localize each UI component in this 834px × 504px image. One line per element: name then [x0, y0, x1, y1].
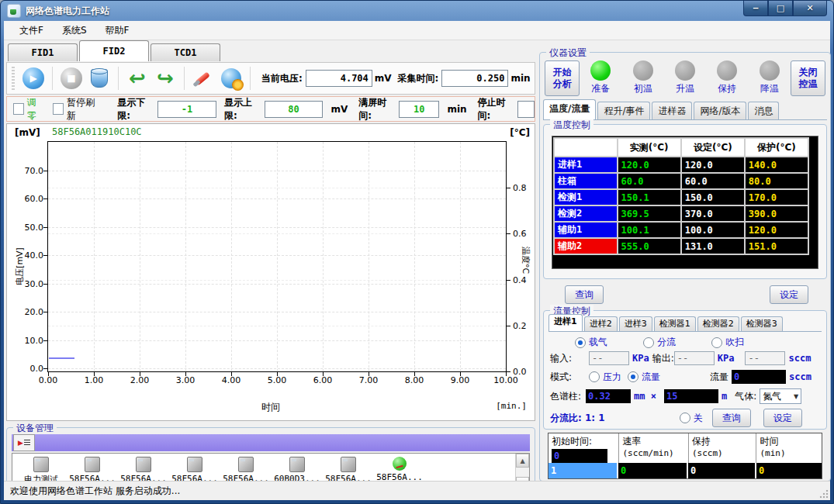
y-tick-label: 50.0 [11, 222, 43, 232]
fullscreen-time-input[interactable]: 10 [399, 101, 439, 118]
tools-button[interactable] [189, 65, 217, 91]
table-row-alarm[interactable]: 辅助2 555.0 131.0 151.0 [555, 239, 808, 254]
tab-network-version[interactable]: 网络/版本 [694, 102, 746, 119]
detector-tabs: FID1 FID2 TCD1 [8, 41, 222, 61]
device-item[interactable]: 60B0D3... [273, 457, 321, 484]
tab-injector2[interactable]: 进样2 [584, 316, 618, 331]
column-length-input[interactable]: 15 [664, 389, 718, 403]
tab-tcd1[interactable]: TCD1 [151, 43, 220, 61]
measured-flow-field: -- [745, 351, 785, 365]
maximize-button[interactable]: □ [768, 1, 793, 16]
tab-injector3[interactable]: 进样3 [619, 316, 652, 331]
carrier-gas-radio[interactable]: 载气 [575, 336, 607, 349]
y-tick-label: 20.0 [11, 307, 43, 317]
gas-type-radios: 载气 分流 吹扫 [575, 336, 744, 349]
off-radio[interactable]: 关 [680, 412, 703, 425]
x-tick-mark [414, 371, 415, 376]
resize-grip[interactable] [818, 488, 829, 499]
device-item[interactable]: 58F56A... [68, 457, 116, 484]
x-tick-mark [140, 371, 140, 376]
temperature-query-button[interactable]: 查询 [565, 285, 604, 304]
flow-program-table: 初始时间: 0 速率 (sccm/min) 保持 (sccm) 时间 [548, 433, 822, 479]
start-acquisition-button[interactable]: ▶ [19, 65, 47, 91]
menu-help[interactable]: 帮助F [98, 22, 137, 40]
v-gridline [277, 142, 278, 371]
device-item[interactable]: 58F56A... [375, 457, 424, 482]
fullscreen-time-label: 满屏时间: [358, 96, 396, 123]
tab-program-events[interactable]: 程升/事件 [597, 102, 650, 119]
y2-tick-label: 0.4 [513, 274, 527, 285]
arrow-left-icon: ↩ [129, 68, 146, 88]
tab-detector2[interactable]: 检测器2 [697, 316, 739, 331]
minimize-button[interactable]: ‒ [743, 1, 768, 16]
device-item[interactable]: 58F56A... [222, 457, 270, 484]
redo-button[interactable]: ↪ [151, 65, 179, 91]
flow-set-button[interactable]: 设定 [763, 409, 802, 427]
table-row[interactable]: 辅助1 100.1 100.0 120.0 [555, 223, 808, 237]
table-row[interactable]: 柱箱 60.0 60.0 80.0 [555, 174, 808, 188]
menu-file[interactable]: 文件F [12, 22, 51, 40]
tab-injector[interactable]: 进样器 [652, 102, 692, 119]
device-item[interactable]: 58F56A... [119, 457, 168, 484]
table-row[interactable]: 进样1 120.0 120.0 140.0 [555, 157, 808, 172]
lower-limit-input[interactable]: -1 [157, 101, 216, 118]
device-item[interactable]: 58F56A... [324, 457, 372, 484]
tab-fid1[interactable]: FID1 [8, 43, 78, 61]
gas-dropdown[interactable]: 氮气 ▼ [760, 388, 801, 404]
flow-set-input[interactable]: 0 [732, 370, 786, 384]
upper-limit-input[interactable]: 80 [265, 101, 324, 118]
pause-refresh-checkbox[interactable] [53, 103, 64, 115]
chart-plot[interactable]: 70.060.050.040.030.020.010.00.00.80.60.4… [47, 141, 507, 372]
zero-checkbox[interactable] [13, 103, 24, 115]
close-temp-control-button[interactable]: 关闭 控温 [791, 60, 825, 96]
program-row[interactable]: 1 0 0 0 [549, 463, 822, 478]
toolbar-grip[interactable] [12, 67, 15, 90]
split-radio[interactable]: 分流 [643, 336, 676, 349]
indicator-ready: 准备 [580, 60, 621, 95]
column-diameter-input[interactable]: 0.32 [586, 389, 631, 403]
radio-icon [575, 337, 586, 348]
program-rate-value: 0 [618, 463, 688, 478]
tab-injector1[interactable]: 进样1 [549, 314, 583, 331]
input-unit: KPa [632, 353, 649, 364]
device-icon [289, 457, 305, 472]
voltage-unit: mV [375, 73, 392, 84]
flow-mode-radio[interactable]: 流量 [628, 371, 660, 384]
title-bar[interactable]: 网络色谱电力工作站 ‒ □ ✕ [1, 1, 833, 21]
tab-temp-flow[interactable]: 温度/流量 [543, 99, 596, 119]
status-dot-icon [717, 60, 737, 81]
scroll-up-icon[interactable]: ▲ [516, 454, 529, 468]
tab-detector1[interactable]: 检测器1 [654, 316, 696, 331]
undo-button[interactable]: ↩ [123, 65, 151, 91]
app-window: 网络色谱电力工作站 ‒ □ ✕ 文件F 系统S 帮助F FID1 FID2 TC… [0, 0, 834, 504]
temperature-control-title: 温度控制 [550, 119, 593, 132]
right-axis-unit: [°C] [510, 127, 530, 138]
table-row[interactable]: 检测2 369.5 370.0 390.0 [555, 206, 808, 221]
initial-time-input[interactable]: 0 [552, 449, 607, 463]
network-settings-button[interactable] [217, 65, 245, 91]
stop-acquisition-button[interactable]: ■ [57, 65, 85, 91]
status-text: 欢迎使用网络色谱工作站 服务启动成功... [10, 485, 180, 498]
stop-time-input[interactable] [517, 101, 535, 118]
temperature-set-button[interactable]: 设定 [770, 285, 808, 304]
tab-messages[interactable]: 消息 [748, 102, 779, 119]
flow-query-button[interactable]: 查询 [712, 409, 751, 427]
pressure-mode-radio[interactable]: 压力 [589, 371, 621, 384]
menu-system[interactable]: 系统S [54, 22, 95, 40]
device-list-button[interactable]: ▶ [13, 434, 35, 451]
table-row[interactable]: 检测1 150.1 150.0 170.0 [555, 190, 808, 205]
purge-radio[interactable]: 吹扫 [711, 336, 744, 349]
x-tick-mark [277, 371, 278, 376]
split-ratio-row: 分流比: 1: 1 关 查询 设定 [550, 409, 820, 427]
v-gridline [140, 142, 140, 371]
status-dot-icon [590, 60, 611, 81]
v-gridline [414, 142, 415, 371]
left-pane: FID1 FID2 TCD1 ▶ ■ ↩ ↪ [6, 41, 537, 480]
x-tick-label: 4.00 [222, 375, 241, 385]
clear-button[interactable] [85, 65, 113, 91]
tab-detector3[interactable]: 检测器3 [741, 316, 783, 331]
device-item[interactable]: 58F56A... [171, 457, 219, 484]
start-analysis-button[interactable]: 开始 分析 [545, 60, 580, 96]
tab-fid2[interactable]: FID2 [79, 40, 149, 61]
close-button[interactable]: ✕ [793, 1, 827, 16]
